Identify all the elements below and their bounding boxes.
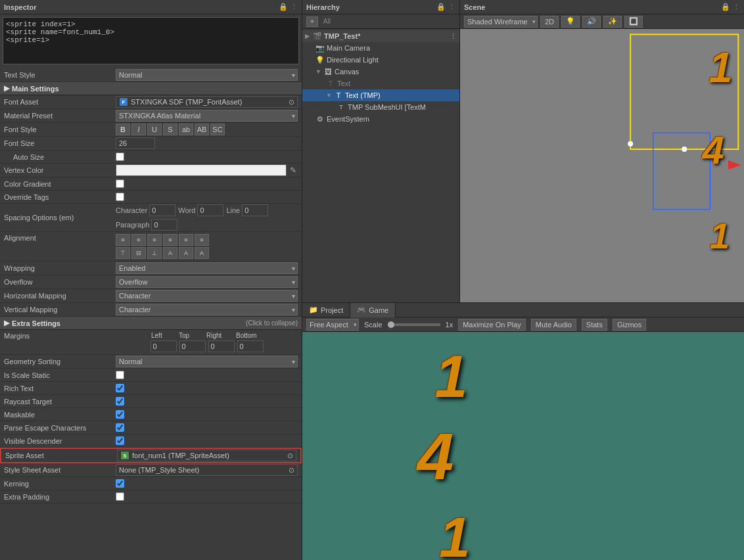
scene-overlay-btn[interactable]: 🔳 (624, 16, 643, 28)
rich-text-control (116, 384, 298, 392)
vertex-color-pick-btn[interactable]: ✎ (289, 166, 298, 175)
align-justify-all-btn[interactable]: ≡ (179, 234, 193, 246)
menu-icon[interactable]: ⋮ (291, 3, 298, 11)
align-flush-btn[interactable]: ≡ (195, 234, 209, 246)
line-spacing-input[interactable] (242, 204, 268, 216)
scene-toggle-icon: ▶ (305, 33, 313, 39)
font-size-input[interactable] (116, 137, 155, 149)
font-asset-field[interactable]: F STXINGKA SDF (TMP_FontAsset) ⊙ (116, 96, 298, 108)
underline-btn[interactable]: U (147, 124, 162, 135)
hierarchy-add-btn[interactable]: + (306, 16, 318, 27)
align-vmid-btn[interactable]: ⊟ (131, 247, 146, 259)
style-sheet-pick-btn[interactable]: ⊙ (289, 466, 294, 475)
lowercase-btn[interactable]: ab (179, 124, 193, 135)
margin-left-input[interactable] (151, 340, 177, 352)
geometry-sorting-dropdown[interactable]: Normal (116, 356, 298, 367)
hierarchy-item-main-camera[interactable]: 📷 Main Camera (302, 42, 459, 54)
strikethrough-btn[interactable]: S (163, 124, 177, 135)
vertex-color-swatch[interactable] (116, 164, 287, 176)
menu-icon-s[interactable]: ⋮ (733, 3, 740, 11)
text-style-label: Text Style (4, 71, 116, 79)
font-asset-pick-btn[interactable]: ⊙ (289, 98, 294, 106)
lock-icon[interactable]: 🔒 (279, 3, 288, 11)
align-left-btn[interactable]: ≡ (116, 234, 130, 246)
scene-2d-btn[interactable]: 2D (540, 16, 559, 28)
mute-audio-btn[interactable]: Mute Audio (531, 319, 576, 331)
smallcaps-btn[interactable]: SC (210, 124, 225, 135)
hierarchy-item-eventsystem[interactable]: ⚙ EventSystem (302, 113, 459, 125)
vertical-mapping-control: Character (116, 304, 298, 315)
is-scale-static-checkbox[interactable] (116, 371, 124, 379)
align-justify-btn[interactable]: ≡ (163, 234, 177, 246)
lock-icon-h[interactable]: 🔒 (436, 3, 446, 11)
margin-top-input[interactable] (179, 340, 206, 352)
maximize-on-play-btn[interactable]: Maximize On Play (458, 319, 526, 331)
hierarchy-title: Hierarchy (306, 3, 340, 11)
hierarchy-menu-icon[interactable]: ⋮ (450, 32, 457, 41)
style-sheet-field[interactable]: None (TMP_Style Sheet) ⊙ (116, 464, 298, 476)
scene-effects-btn[interactable]: ✨ (603, 16, 622, 28)
main-settings-header[interactable]: ▶ Main Settings (0, 82, 302, 95)
align-center-btn[interactable]: ≡ (131, 234, 146, 246)
aspect-dropdown[interactable]: Free Aspect (306, 319, 359, 331)
paragraph-spacing-input[interactable] (151, 219, 177, 231)
override-tags-checkbox[interactable] (116, 193, 124, 201)
hierarchy-item-text[interactable]: T Text (302, 78, 459, 89)
overflow-dropdown[interactable]: Overflow (116, 276, 298, 288)
hierarchy-item-directional-light[interactable]: 💡 Directional Light (302, 54, 459, 66)
color-gradient-checkbox[interactable] (116, 179, 124, 188)
menu-icon-h[interactable]: ⋮ (448, 3, 455, 11)
extra-settings-header[interactable]: ▶ Extra Settings (Click to collapse) (0, 317, 302, 330)
wrapping-dropdown[interactable]: Enabled (116, 262, 298, 274)
kerning-checkbox[interactable] (116, 479, 124, 488)
override-tags-label: Override Tags (4, 193, 116, 201)
material-preset-dropdown[interactable]: STXINGKA Atlas Material (116, 110, 298, 122)
game-tab[interactable]: 🎮 Game (350, 303, 396, 317)
scene-light-btn[interactable]: 💡 (561, 16, 580, 28)
sprite-asset-type-icon: S (120, 451, 129, 460)
hierarchy-item-canvas[interactable]: ▼ 🖼 Canvas (302, 66, 459, 78)
margin-right-input[interactable] (208, 340, 235, 352)
bold-btn[interactable]: B (116, 124, 130, 135)
italic-btn[interactable]: I (131, 124, 146, 135)
project-tab[interactable]: 📁 Project (302, 303, 350, 317)
raycast-target-checkbox[interactable] (116, 397, 124, 406)
sprite-asset-field[interactable]: S font_num1 (TMP_SpriteAsset) ⊙ (117, 450, 296, 461)
extra-padding-checkbox[interactable] (116, 492, 124, 501)
lock-icon-s[interactable]: 🔒 (721, 3, 730, 11)
hierarchy-item-submesh[interactable]: T TMP SubMeshUI [TextM (302, 101, 459, 113)
parse-escape-checkbox[interactable] (116, 423, 124, 432)
hierarchy-scene-root[interactable]: ▶ 🎬 TMP_Test* ⋮ (302, 30, 459, 42)
visible-descender-checkbox[interactable] (116, 436, 124, 445)
align-right-btn[interactable]: ≡ (147, 234, 162, 246)
vertical-mapping-dropdown[interactable]: Character (116, 304, 298, 315)
align-vcap-btn[interactable]: A (179, 247, 193, 259)
view-mode-dropdown[interactable]: Shaded Wireframe (464, 16, 538, 28)
horizontal-mapping-dropdown[interactable]: Character (116, 290, 298, 302)
gizmos-btn[interactable]: Gizmos (613, 319, 646, 331)
stats-btn[interactable]: Stats (582, 319, 607, 331)
scale-slider[interactable] (388, 323, 440, 326)
game-view[interactable]: 1 4 1 (302, 332, 744, 560)
scene-view[interactable]: 1 4 1 (460, 29, 744, 302)
word-spacing-input[interactable] (197, 204, 223, 216)
margin-bottom-input[interactable] (237, 340, 264, 352)
overflow-dropdown-wrap: Overflow (116, 276, 298, 288)
text-style-dropdown[interactable]: Normal (116, 69, 298, 81)
uppercase-btn[interactable]: AB (195, 124, 209, 135)
font-style-label: Font Style (4, 126, 116, 133)
align-vtop-btn[interactable]: ⊤ (116, 247, 130, 259)
sprite-asset-pick-btn[interactable]: ⊙ (287, 452, 293, 460)
scene-audio-btn[interactable]: 🔊 (582, 16, 601, 28)
hierarchy-item-text-tmp[interactable]: ▼ T Text (TMP) (302, 89, 459, 101)
char-spacing-input[interactable] (149, 204, 175, 216)
align-vbase-btn[interactable]: A (163, 247, 177, 259)
sprite-text-input[interactable]: <sprite index=1> <sprite name=font_num1_… (3, 17, 299, 64)
maskable-checkbox[interactable] (116, 410, 124, 419)
align-vmid2-btn[interactable]: A (195, 247, 209, 259)
scene-header-icons: 🔒 ⋮ (721, 3, 740, 11)
align-vbot-btn[interactable]: ⊥ (147, 247, 162, 259)
hierarchy-header: Hierarchy 🔒 ⋮ (302, 0, 459, 14)
auto-size-checkbox[interactable] (116, 152, 124, 161)
rich-text-checkbox[interactable] (116, 384, 124, 392)
